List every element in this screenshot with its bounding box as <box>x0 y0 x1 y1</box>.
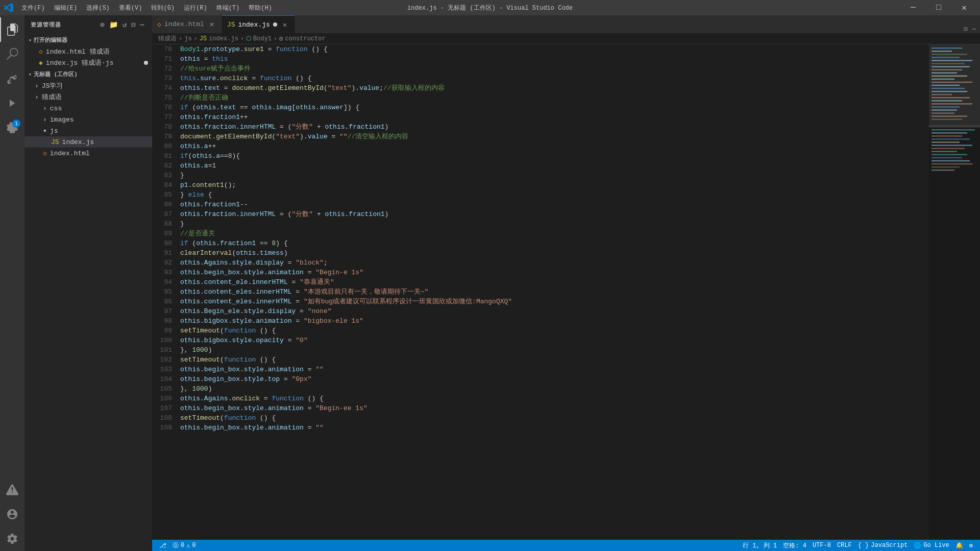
open-editors-section[interactable]: ▾ 打开的编辑器 <box>24 34 152 46</box>
tab-js-close[interactable]: ✕ <box>280 20 289 29</box>
tab-index-html[interactable]: ◇ index.html ✕ <box>152 15 222 33</box>
go-live-label: Go Live <box>923 542 949 549</box>
tab-actions: ⊟ ⋯ <box>960 25 980 33</box>
encoding-status[interactable]: UTF-8 <box>810 540 834 551</box>
open-editor-html-label: index.html 猜成语 <box>46 47 110 56</box>
folder-js-learning-label: JS学习 <box>42 81 63 90</box>
folder-images[interactable]: › images <box>24 114 152 125</box>
open-editor-html[interactable]: ◇ index.html 猜成语 <box>24 46 152 57</box>
line-84: 84 p1.content1(); <box>152 180 512 190</box>
file-index-js[interactable]: JS index.js <box>24 136 152 148</box>
workspace-section[interactable]: ▾ 无标题 (工作区) <box>24 68 152 80</box>
menu-file[interactable]: 文件(F) <box>17 3 49 13</box>
js-file-icon: ◈ <box>39 59 43 67</box>
svg-rect-27 <box>932 129 975 130</box>
tab-js-modified <box>273 22 277 27</box>
tab-html-close[interactable]: ✕ <box>207 20 216 29</box>
minimap-svg <box>929 44 980 540</box>
go-live-status[interactable]: 🌐 Go Live <box>911 540 952 551</box>
sidebar-title: 资源管理器 <box>31 21 61 29</box>
modified-indicator <box>144 61 148 65</box>
more-icon[interactable]: ⋯ <box>139 19 146 30</box>
minimize-button[interactable]: ─ <box>901 0 925 15</box>
line-98: 98 othis.bigbox.style.animation = "bigbo… <box>152 316 512 326</box>
breadcrumb-item-0[interactable]: 猜成语 <box>158 34 177 43</box>
folder-js[interactable]: ▾ js <box>24 125 152 136</box>
breadcrumb-class-icon: ⬡ <box>246 35 251 42</box>
indent-status[interactable]: 空格: 4 <box>780 540 810 551</box>
close-button[interactable]: ✕ <box>952 0 976 15</box>
svg-rect-25 <box>929 44 980 125</box>
tab-html-icon: ◇ <box>157 20 161 29</box>
open-editor-js[interactable]: ◈ index.js 猜成语·js <box>24 57 152 68</box>
collapse-icon[interactable]: ⊟ <box>130 19 137 30</box>
breadcrumb-sep-3: › <box>274 35 277 42</box>
menu-goto[interactable]: 转到(G) <box>147 3 179 13</box>
git-branch-status[interactable]: ⎇ <box>156 540 169 551</box>
status-bar-right: 行 1, 列 1 空格: 4 UTF-8 CRLF { } JavaScript… <box>740 540 976 551</box>
new-folder-icon[interactable]: 📁 <box>108 19 119 30</box>
line-104: 104 othis.begin_box.style.top = "0px" <box>152 374 512 384</box>
line-93: 93 othis.begin_box.style.animation = "Be… <box>152 268 512 277</box>
folder-guess-idiom[interactable]: › 猜成语 <box>24 91 152 103</box>
editor-area: 70 Body1.prototype.sure1 = function () {… <box>152 44 980 540</box>
settings-icon[interactable] <box>0 526 24 551</box>
breadcrumb-item-2[interactable]: index.js <box>209 35 238 42</box>
account-icon[interactable] <box>0 502 24 526</box>
content-area: ◇ index.html ✕ JS index.js ✕ ⊟ ⋯ 猜成语 › j… <box>152 15 980 551</box>
cursor-position-status[interactable]: 行 1, 列 1 <box>740 540 780 551</box>
folder-css[interactable]: › css <box>24 103 152 114</box>
file-index-html[interactable]: ◇ index.html <box>24 148 152 159</box>
language-status[interactable]: { } JavaScript <box>855 540 911 551</box>
line-ending-label: CRLF <box>837 542 852 549</box>
vscode-icon <box>4 3 13 12</box>
svg-rect-31 <box>932 141 960 142</box>
tab-html-label: index.html <box>164 20 204 28</box>
run-icon[interactable] <box>0 91 24 115</box>
menu-help[interactable]: 帮助(H) <box>244 3 276 13</box>
code-editor[interactable]: 70 Body1.prototype.sure1 = function () {… <box>152 44 929 540</box>
breadcrumb-sep-1: › <box>194 35 198 42</box>
code-block: 70 Body1.prototype.sure1 = function () {… <box>152 44 512 540</box>
line-92: 92 othis.Agains.style.display = "block"; <box>152 258 512 268</box>
line-108: 108 setTimeout(function () { <box>152 413 512 423</box>
source-control-icon[interactable] <box>0 66 24 91</box>
menu-run[interactable]: 运行(R) <box>180 3 211 13</box>
git-icon: ⎇ <box>159 542 166 549</box>
line-ending-status[interactable]: CRLF <box>834 540 855 551</box>
open-editor-js-label: index.js 猜成语·js <box>46 58 114 67</box>
extensions-badge: 1 <box>12 119 20 128</box>
breadcrumb-item-3[interactable]: Body1 <box>253 35 272 42</box>
breadcrumb-item-1[interactable]: js <box>184 35 191 42</box>
breadcrumb-sep-0: › <box>179 35 182 42</box>
folder-css-label: css <box>50 105 62 112</box>
more-tabs-icon[interactable]: ⋯ <box>972 25 976 33</box>
sidebar-actions: ⊕ 📁 ↺ ⊟ ⋯ <box>99 19 146 30</box>
menu-terminal[interactable]: 终端(T) <box>212 3 244 13</box>
menu-select[interactable]: 选择(S) <box>82 3 114 13</box>
folder-images-label: images <box>50 116 74 124</box>
breadcrumb-item-4[interactable]: constructor <box>285 35 325 42</box>
errors-warnings-status[interactable]: ⓪ 0 ⚠ 0 <box>169 540 199 551</box>
search-icon[interactable] <box>0 42 24 66</box>
menu-view[interactable]: 查看(V) <box>115 3 146 13</box>
feedback-status[interactable]: ⚙ <box>966 540 976 551</box>
line-99: 99 setTimeout(function () { <box>152 326 512 336</box>
folder-js-learning[interactable]: › JS学习 <box>24 80 152 91</box>
explorer-icon[interactable] <box>0 17 24 42</box>
js-folder-chevron: ▾ <box>43 127 47 135</box>
notifications-status[interactable]: 🔔 <box>952 540 966 551</box>
tab-index-js[interactable]: JS index.js ✕ <box>222 15 295 33</box>
menu-edit[interactable]: 编辑(E) <box>50 3 82 13</box>
warning-icon[interactable] <box>0 477 24 502</box>
maximize-button[interactable]: □ <box>927 0 950 15</box>
line-102: 102 setTimeout(function () { <box>152 355 512 365</box>
split-editor-icon[interactable]: ⊟ <box>964 25 968 33</box>
breadcrumb-sep-2: › <box>240 35 244 42</box>
new-file-icon[interactable]: ⊕ <box>99 19 106 30</box>
sidebar-header: 资源管理器 ⊕ 📁 ↺ ⊟ ⋯ <box>24 15 152 34</box>
refresh-icon[interactable]: ↺ <box>121 19 128 30</box>
extensions-icon[interactable]: 1 <box>0 115 24 140</box>
line-97: 97 othis.Begin_ele.style.display = "none… <box>152 306 512 316</box>
go-live-icon: 🌐 <box>914 542 921 549</box>
